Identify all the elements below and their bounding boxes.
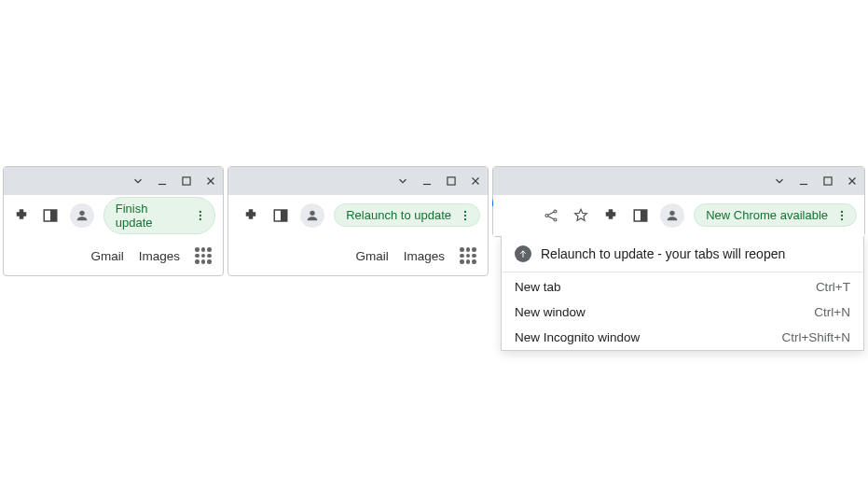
titlebar (4, 167, 223, 195)
extensions-icon[interactable] (241, 205, 261, 226)
titlebar (228, 167, 488, 195)
svg-point-12 (310, 210, 315, 215)
menu-item-label: New tab (515, 280, 561, 294)
extensions-icon[interactable] (600, 205, 621, 226)
svg-point-4 (79, 210, 84, 215)
close-icon[interactable] (469, 175, 482, 188)
svg-point-14 (464, 214, 466, 216)
chrome-main-menu: Relaunch to update - your tabs will reop… (501, 235, 864, 351)
toolbar: Finish update (4, 195, 223, 236)
profile-avatar[interactable] (300, 203, 324, 228)
menu-item-hotkey: Ctrl+Shift+N (781, 330, 850, 344)
menu-item-label: New window (515, 305, 586, 319)
new-tab-shortcuts: Gmail Images (4, 236, 223, 275)
svg-point-15 (464, 217, 466, 219)
new-tab-shortcuts: Gmail Images (228, 236, 488, 275)
minimize-icon[interactable] (156, 175, 169, 188)
menu-relaunch-text: Relaunch to update - your tabs will reop… (541, 246, 785, 261)
search-tabs-chevron-icon[interactable] (396, 175, 409, 188)
menu-item-hotkey: Ctrl+N (814, 305, 850, 319)
close-icon[interactable] (204, 175, 217, 188)
update-pill[interactable]: New Chrome available (694, 203, 857, 227)
toolbar: Relaunch to update (228, 195, 488, 236)
apps-launcher-icon[interactable] (460, 247, 476, 264)
menu-item-new-window[interactable]: New window Ctrl+N (502, 300, 863, 325)
maximize-icon[interactable] (445, 175, 458, 188)
titlebar (493, 167, 864, 195)
kebab-menu-icon (194, 209, 207, 222)
svg-rect-11 (281, 210, 287, 221)
minimize-icon[interactable] (797, 175, 810, 188)
menu-separator (502, 272, 863, 272)
close-icon[interactable] (846, 175, 859, 188)
svg-point-25 (841, 214, 843, 216)
menu-item-label: New Incognito window (515, 330, 640, 344)
window-panel-new-chrome: New Chrome available Relaunch to update … (492, 166, 865, 237)
svg-rect-16 (800, 184, 807, 185)
toolbar: New Chrome available (493, 195, 864, 236)
profile-avatar[interactable] (660, 203, 684, 228)
update-pill[interactable]: Finish update (103, 197, 215, 234)
svg-point-18 (545, 214, 548, 217)
images-link[interactable]: Images (404, 249, 445, 263)
apps-launcher-icon[interactable] (195, 247, 212, 264)
window-panel-finish-update: Finish update Gmail Images (3, 166, 224, 276)
svg-point-23 (670, 210, 675, 215)
svg-rect-17 (824, 177, 832, 185)
update-pill-label: New Chrome available (706, 208, 828, 222)
search-tabs-chevron-icon[interactable] (773, 175, 786, 188)
share-icon[interactable] (541, 205, 561, 226)
extensions-icon[interactable] (11, 205, 32, 226)
star-icon[interactable] (571, 205, 591, 226)
window-panel-relaunch: Relaunch to update Gmail Images (227, 166, 489, 276)
side-panel-icon[interactable] (630, 205, 651, 226)
update-arrow-icon (515, 245, 531, 262)
update-pill-label: Finish update (116, 202, 187, 230)
gmail-link[interactable]: Gmail (355, 249, 388, 263)
menu-item-hotkey: Ctrl+T (816, 280, 850, 294)
kebab-menu-icon (459, 209, 472, 222)
svg-point-5 (200, 210, 201, 212)
maximize-icon[interactable] (821, 175, 834, 188)
svg-point-13 (464, 210, 466, 212)
svg-point-7 (200, 217, 201, 219)
svg-point-24 (841, 210, 843, 212)
svg-rect-8 (423, 184, 431, 185)
svg-rect-1 (183, 177, 190, 185)
svg-rect-22 (641, 210, 647, 221)
update-pill[interactable]: Relaunch to update (334, 203, 480, 227)
svg-point-26 (841, 217, 843, 219)
svg-point-6 (200, 214, 201, 216)
side-panel-icon[interactable] (270, 205, 291, 226)
svg-rect-9 (448, 177, 455, 185)
svg-rect-0 (158, 184, 166, 185)
search-tabs-chevron-icon[interactable] (131, 175, 145, 188)
menu-relaunch-header[interactable]: Relaunch to update - your tabs will reop… (502, 236, 863, 270)
side-panel-icon[interactable] (41, 205, 62, 226)
profile-avatar[interactable] (70, 203, 94, 228)
maximize-icon[interactable] (180, 175, 193, 188)
menu-item-new-incognito[interactable]: New Incognito window Ctrl+Shift+N (502, 325, 863, 350)
gmail-link[interactable]: Gmail (90, 249, 123, 263)
svg-rect-3 (50, 210, 57, 221)
images-link[interactable]: Images (139, 249, 180, 263)
minimize-icon[interactable] (420, 175, 434, 188)
update-pill-label: Relaunch to update (346, 208, 451, 222)
svg-point-19 (554, 210, 557, 213)
menu-item-new-tab[interactable]: New tab Ctrl+T (502, 274, 863, 300)
kebab-menu-icon (835, 209, 848, 222)
svg-point-20 (554, 218, 557, 221)
